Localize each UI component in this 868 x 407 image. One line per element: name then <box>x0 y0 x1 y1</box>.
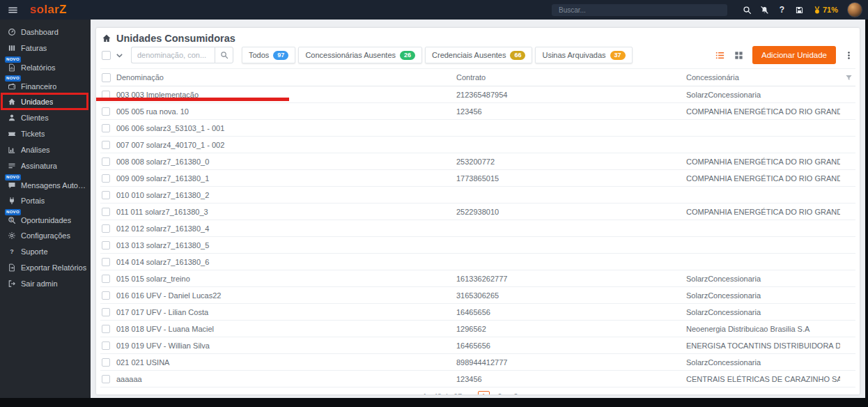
row-checkbox[interactable] <box>102 325 110 333</box>
page-3[interactable]: 3 <box>510 391 522 395</box>
row-checkbox[interactable] <box>102 208 110 216</box>
sidebar-item-clientes[interactable]: Clientes <box>0 109 91 125</box>
invoices-icon <box>8 44 16 52</box>
table-row[interactable]: 006 006 solarz3_53103_1 - 001 <box>100 120 855 137</box>
row-checkbox[interactable] <box>102 241 110 249</box>
filter-tab-todos[interactable]: Todos97 <box>242 47 295 63</box>
novo-badge: NOVO <box>5 75 21 82</box>
chart-icon <box>8 146 16 154</box>
table-row[interactable]: 005 005 rua nova. 10123456COMPANHIA ENER… <box>100 103 855 120</box>
grid-view-icon[interactable] <box>734 50 744 61</box>
hamburger-menu-icon[interactable] <box>8 5 18 15</box>
export-icon <box>8 263 16 272</box>
search-icon <box>220 51 228 59</box>
sidebar-item-oportunidades[interactable]: NOVO$Oportunidades <box>0 208 91 227</box>
table-row[interactable]: 017 017 UFV - Lilian Costa16465656Solarz… <box>100 304 855 321</box>
row-checkbox[interactable] <box>102 375 110 383</box>
cell-contrato: 212365487954 <box>456 91 686 99</box>
row-checkbox[interactable] <box>102 275 110 283</box>
table-row[interactable]: 018 018 UFV - Luana Maciel1296562Neoener… <box>100 321 855 337</box>
sidebar-item-mensagens-automat[interactable]: NOVOMensagens Automát... <box>0 174 91 192</box>
save-icon[interactable] <box>791 5 808 15</box>
table-row[interactable]: 014 014 solarz7_161380_6 <box>100 254 855 270</box>
sidebar-item-label: Suporte <box>21 247 48 256</box>
chevron-down-icon[interactable] <box>115 51 124 60</box>
sidebar-item-configuracoes[interactable]: Configurações <box>0 227 91 243</box>
row-checkbox-cell <box>100 241 116 249</box>
funnel-filter-icon[interactable] <box>845 74 853 82</box>
table-row[interactable]: 015 015 solarz_treino161336262777SolarzC… <box>100 270 855 287</box>
gamification-score[interactable]: 71% <box>813 6 838 15</box>
column-concessionaria[interactable]: Concessionária <box>686 73 840 82</box>
table-body: 003 003 Implementação212365487954SolarzC… <box>100 86 855 387</box>
sidebar-item-suporte[interactable]: ?Suporte <box>0 243 91 259</box>
row-checkbox[interactable] <box>102 308 110 316</box>
pagination-prev-icon[interactable] <box>467 394 473 395</box>
row-checkbox[interactable] <box>102 291 110 300</box>
table-row[interactable]: 016 016 UFV - Daniel Lucas223165306265So… <box>100 287 855 304</box>
sidebar-item-assinatura[interactable]: Assinatura <box>0 158 91 174</box>
table-search-button[interactable] <box>215 47 233 63</box>
sidebar-item-portais[interactable]: Portais <box>0 192 91 208</box>
novo-badge: NOVO <box>5 209 21 215</box>
list-view-icon[interactable] <box>715 50 725 61</box>
row-checkbox[interactable] <box>102 358 110 367</box>
sidebar-item-financeiro[interactable]: NOVOFinanceiro <box>0 75 91 93</box>
user-avatar[interactable] <box>847 2 862 17</box>
page-2[interactable]: 2 <box>494 391 506 395</box>
table-row[interactable]: 012 012 solarz7_161380_4 <box>100 220 855 237</box>
table-row[interactable]: 003 003 Implementação212365487954SolarzC… <box>100 86 855 103</box>
cell-contrato: 898944412777 <box>456 358 686 367</box>
add-unit-button[interactable]: Adicionar Unidade <box>752 46 836 64</box>
table-row[interactable]: 011 011 solarz7_161380_32522938010COMPAN… <box>100 204 855 220</box>
sidebar-item-unidades[interactable]: Unidades <box>0 93 91 109</box>
table-row[interactable]: 009 009 solarz7_161380_11773865015COMPAN… <box>100 170 855 187</box>
sidebar-item-label: Faturas <box>21 44 47 52</box>
filter-tab-usinas-arquivadas[interactable]: Usinas Arquivadas37 <box>535 47 632 63</box>
search-icon[interactable] <box>738 5 756 15</box>
tab-count-badge: 37 <box>610 51 626 60</box>
sidebar-item-relatorios[interactable]: NOVORelatórios <box>0 56 91 75</box>
sidebar-item-dashboard[interactable]: Dashboard <box>0 24 91 40</box>
sidebar-item-analises[interactable]: Análises <box>0 141 91 158</box>
app-logo[interactable]: solarZ <box>30 3 67 17</box>
sidebar-item-tickets[interactable]: Tickets <box>0 125 91 141</box>
row-checkbox[interactable] <box>102 174 110 183</box>
sidebar-item-exportar-relatorios[interactable]: Exportar Relatórios <box>0 259 91 275</box>
row-checkbox[interactable] <box>102 107 110 116</box>
kebab-menu-icon[interactable] <box>844 51 853 60</box>
help-icon[interactable]: ? <box>773 5 791 15</box>
row-checkbox-cell <box>100 191 116 199</box>
filter-tab-concessionarias-ausentes[interactable]: Concessionárias Ausentes26 <box>298 47 422 63</box>
table-row[interactable]: 010 010 solarz7_161380_2 <box>100 187 855 204</box>
pagination-next-icon[interactable] <box>527 394 533 395</box>
row-checkbox[interactable] <box>102 224 110 233</box>
row-checkbox[interactable] <box>102 191 110 199</box>
cell-contrato: 3165306265 <box>456 291 686 300</box>
table-search-input[interactable] <box>131 47 215 63</box>
select-all-checkbox[interactable] <box>102 51 111 60</box>
header-checkbox[interactable] <box>102 73 111 82</box>
sidebar-item-sair-admin[interactable]: Sair admin <box>0 275 91 291</box>
row-checkbox[interactable] <box>102 124 110 132</box>
table-row[interactable]: 021 021 USINA898944412777SolarzConcessio… <box>100 354 855 371</box>
table-row[interactable]: 019 019 UFV - Willian Silva16465656ENERG… <box>100 337 855 354</box>
filter-tab-credenciais-ausentes[interactable]: Credenciais Ausentes66 <box>425 47 532 63</box>
notifications-muted-icon[interactable] <box>756 5 773 15</box>
table-row[interactable]: 013 013 solarz7_161380_5 <box>100 237 855 254</box>
row-checkbox[interactable] <box>102 258 110 266</box>
column-denominacao[interactable]: Denominação <box>116 73 456 82</box>
row-checkbox[interactable] <box>102 91 110 99</box>
cell-denominacao: 003 003 Implementação <box>116 91 456 99</box>
row-checkbox[interactable] <box>102 341 110 350</box>
table-row[interactable]: 008 008 solarz7_161380_0253200772COMPANH… <box>100 153 855 170</box>
table-row[interactable]: aaaaaa123456CENTRAIS ELÉTRICAS DE CARAZI… <box>100 371 855 387</box>
table-row[interactable]: 007 007 solarz4_40170_1 - 002 <box>100 137 855 153</box>
global-search-input[interactable] <box>557 6 722 15</box>
page-1[interactable]: 1 <box>478 391 490 395</box>
row-checkbox[interactable] <box>102 158 110 166</box>
column-contrato[interactable]: Contrato <box>456 73 686 82</box>
sidebar-item-faturas[interactable]: Faturas <box>0 40 91 56</box>
sidebar-item-label: Assinatura <box>21 162 57 170</box>
row-checkbox[interactable] <box>102 141 110 149</box>
